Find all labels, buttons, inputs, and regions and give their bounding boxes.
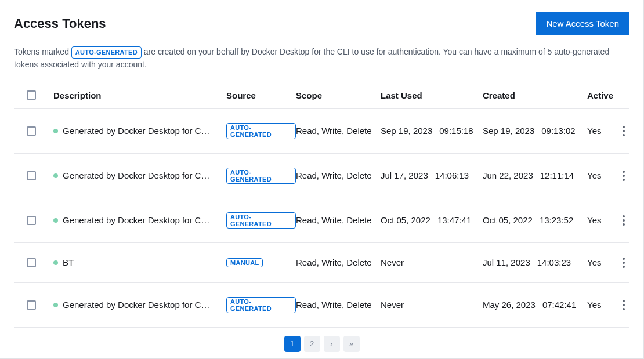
table-body: Generated by Docker Desktop for CLI …AUT… — [14, 109, 629, 328]
table-row: Generated by Docker Desktop for CLI …AUT… — [14, 109, 629, 154]
col-source: Source — [226, 90, 296, 100]
last-used-date: Jul 17, 2023 — [381, 171, 428, 180]
new-access-token-button[interactable]: New Access Token — [536, 12, 629, 35]
row-checkbox[interactable] — [27, 258, 36, 267]
table-row: BTMANUALRead, Write, DeleteNeverJul 11, … — [14, 243, 629, 283]
token-description: Generated by Docker Desktop for CLI … — [63, 126, 214, 136]
last-used-date: Never — [381, 258, 404, 267]
token-active: Yes — [587, 258, 615, 267]
table-row: Generated by Docker Desktop for CLI …AUT… — [14, 198, 629, 243]
row-menu-icon[interactable] — [618, 215, 629, 226]
created-date: Sep 19, 2023 — [483, 126, 534, 136]
last-page-button[interactable]: » — [343, 336, 360, 352]
token-description: Generated by Docker Desktop for CLI … — [63, 215, 214, 225]
token-active: Yes — [587, 171, 615, 180]
page-2-button[interactable]: 2 — [304, 336, 320, 352]
intro-before: Tokens marked — [14, 47, 71, 56]
created-date: Oct 05, 2022 — [483, 215, 533, 225]
source-badge: MANUAL — [226, 258, 263, 267]
token-description: Generated by Docker Desktop for CLI … — [63, 171, 214, 180]
col-created: Created — [483, 90, 587, 100]
row-menu-icon[interactable] — [618, 257, 629, 269]
col-active: Active — [587, 90, 615, 100]
page-1-button[interactable]: 1 — [284, 336, 301, 352]
status-dot-icon — [53, 303, 58, 307]
source-badge: AUTO-GENERATED — [226, 297, 296, 313]
row-menu-icon[interactable] — [618, 125, 629, 137]
last-used-time: 09:15:18 — [439, 126, 473, 136]
token-active: Yes — [587, 215, 615, 225]
auto-generated-badge: AUTO-GENERATED — [71, 46, 142, 59]
table-header: Description Source Scope Last Used Creat… — [14, 82, 629, 109]
token-scope: Read, Write, Delete — [296, 215, 381, 225]
row-menu-icon[interactable] — [618, 299, 629, 311]
table-row: Generated by Docker Desktop for CLI …AUT… — [14, 283, 629, 328]
pagination: 1 2 › » — [14, 328, 629, 354]
row-checkbox[interactable] — [27, 126, 36, 136]
created-time: 09:13:02 — [541, 126, 575, 136]
source-badge: AUTO-GENERATED — [226, 212, 296, 229]
token-scope: Read, Write, Delete — [296, 171, 381, 180]
status-dot-icon — [53, 218, 58, 223]
access-tokens-panel: Access Tokens New Access Token Tokens ma… — [0, 0, 644, 359]
last-used-date: Never — [381, 300, 404, 310]
last-used-date: Oct 05, 2022 — [381, 215, 430, 225]
col-last-used: Last Used — [381, 90, 483, 100]
last-used-time: 13:47:41 — [437, 215, 471, 225]
table-row: Generated by Docker Desktop for CLI …AUT… — [14, 154, 629, 198]
created-time: 07:42:41 — [542, 300, 576, 310]
token-active: Yes — [587, 126, 615, 136]
token-scope: Read, Write, Delete — [296, 300, 381, 310]
token-scope: Read, Write, Delete — [296, 126, 381, 136]
status-dot-icon — [53, 129, 58, 133]
row-checkbox[interactable] — [27, 300, 36, 310]
page-title: Access Tokens — [14, 16, 106, 31]
row-checkbox[interactable] — [27, 171, 36, 180]
created-time: 14:03:23 — [537, 258, 571, 267]
select-all-checkbox[interactable] — [27, 90, 36, 100]
source-badge: AUTO-GENERATED — [226, 123, 296, 139]
header: Access Tokens New Access Token — [14, 12, 629, 35]
col-scope: Scope — [296, 90, 381, 100]
token-description: Generated by Docker Desktop for CLI … — [63, 300, 214, 310]
token-scope: Read, Write, Delete — [296, 258, 381, 267]
last-used-time: 14:06:13 — [435, 171, 469, 180]
row-checkbox[interactable] — [27, 216, 36, 225]
col-description: Description — [53, 90, 226, 100]
source-badge: AUTO-GENERATED — [226, 168, 296, 184]
row-menu-icon[interactable] — [618, 170, 629, 182]
intro-text: Tokens marked AUTO-GENERATED are created… — [14, 46, 629, 71]
created-time: 12:11:14 — [540, 171, 574, 180]
status-dot-icon — [53, 173, 58, 178]
created-date: May 26, 2023 — [483, 300, 536, 310]
next-page-button[interactable]: › — [324, 336, 340, 352]
created-time: 13:23:52 — [540, 215, 573, 225]
created-date: Jul 11, 2023 — [483, 258, 530, 267]
created-date: Jun 22, 2023 — [483, 171, 533, 180]
token-active: Yes — [587, 300, 615, 310]
token-description: BT — [63, 258, 74, 267]
status-dot-icon — [53, 260, 58, 265]
last-used-date: Sep 19, 2023 — [381, 126, 432, 136]
